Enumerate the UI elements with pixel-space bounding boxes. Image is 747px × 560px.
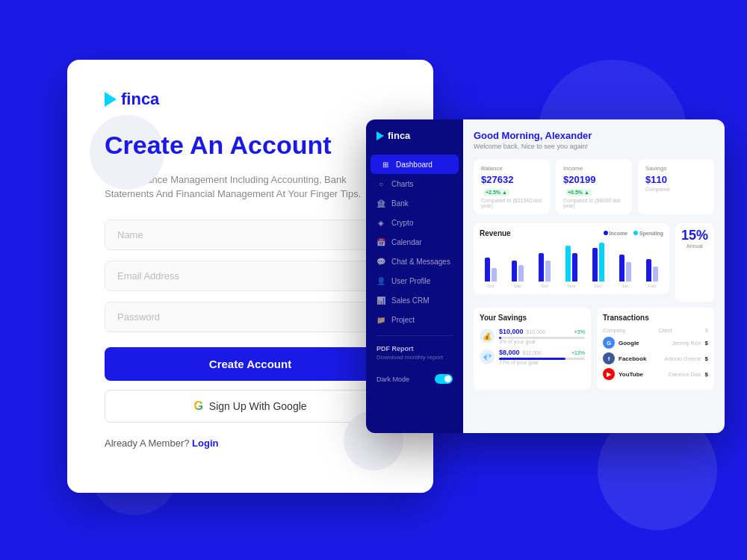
sidebar-item-bank[interactable]: 🏦 Bank [366, 193, 463, 213]
balance-label: Balance [481, 165, 542, 172]
savings-section-title: Your Savings [480, 314, 585, 322]
tx-header: Company Client $ [603, 328, 708, 333]
pdf-report-title: PDF Report [376, 345, 453, 352]
savings-info-2: $8,000 $12,000 +13% 77% of your goal [499, 349, 585, 365]
savings-icon-2: 💎 [480, 349, 495, 364]
savings-item-2: 💎 $8,000 $12,000 +13% 77% of your goal [480, 349, 585, 365]
tx-col-company: Company [603, 328, 625, 333]
page-title: Create An Account [105, 130, 396, 161]
balance-compare: Compared to ($21340 last year) [481, 198, 542, 208]
bar-income [485, 258, 490, 281]
google-signup-label: Sign Up With Google [209, 400, 307, 412]
facebook-logo: f [603, 352, 615, 364]
pdf-report-sub: Download monthly report [376, 354, 453, 361]
sidebar-item-label-profile: User Profile [391, 277, 430, 285]
transactions-title: Transactions [603, 314, 708, 322]
login-link[interactable]: Login [192, 438, 218, 449]
sidebar-item-chat[interactable]: 💬 Chat & Messages [366, 252, 463, 271]
sidebar-item-label-dashboard: Dashboard [396, 161, 433, 169]
stats-row: Balance $27632 +2.5% ▲ Compared to ($213… [474, 159, 714, 214]
sidebar-item-profile[interactable]: 👤 User Profile [366, 271, 463, 290]
bar-spending [545, 261, 551, 281]
name-input[interactable] [105, 220, 396, 250]
bar-group-sep: Sep [506, 261, 529, 288]
chart-legend: Income Spending [604, 231, 663, 236]
savings-pct-1: +3% [574, 329, 585, 335]
sidebar-item-crm[interactable]: 📊 Sales CRM [366, 290, 463, 310]
dark-mode-label: Dark Mode [376, 376, 409, 383]
revenue-section: Revenue Income Spending Oct [474, 223, 669, 294]
bar-group-jan: Jan [614, 255, 636, 288]
bar-group-oct2: Oct [533, 253, 556, 288]
bar-group-nov: Nov [560, 246, 583, 288]
tx-company-facebook: Facebook [619, 355, 661, 362]
google-logo: G [603, 337, 615, 349]
transactions-title-text: Transactions [603, 314, 649, 322]
bar-group-feb: Feb [641, 259, 663, 288]
heading-area: Create An Account [105, 130, 396, 161]
toggle-knob [444, 376, 451, 382]
bar-spending [492, 268, 497, 281]
efficiency-label: Annual [681, 243, 708, 249]
bar-income-highlight [565, 246, 571, 281]
savings-amount-2: $8,000 [499, 349, 520, 356]
sidebar-item-label-charts: Charts [391, 180, 413, 188]
savings-compare: Compared [645, 187, 707, 192]
dark-mode-toggle[interactable] [435, 374, 453, 384]
savings-goal-label-2: 77% of your goal [499, 360, 585, 365]
email-input[interactable] [105, 261, 396, 291]
month-label: Feb [648, 284, 656, 288]
tx-amount-youtube: $ [705, 371, 708, 378]
stat-income: Income $20199 +0.5% ▲ Compared to ($8000… [556, 159, 632, 214]
tx-item-google: G Google Jeremy Rice $ [603, 337, 708, 349]
stat-balance: Balance $27632 +2.5% ▲ Compared to ($213… [474, 159, 550, 214]
password-field-group [105, 302, 396, 332]
bar-spending [653, 267, 658, 281]
month-label: Nov [568, 284, 576, 288]
create-account-button[interactable]: Create Account [105, 347, 396, 381]
bottom-row: Your Savings 💰 $10,000 $10,000 +3% 3% o [474, 308, 714, 390]
month-label: Oct [541, 284, 548, 288]
sidebar-item-label-project: Project [391, 316, 415, 324]
legend-spending: Spending [633, 231, 663, 236]
tx-amount-facebook: $ [705, 355, 708, 362]
tx-item-youtube: ▶ YouTube Clarence Diaz $ [603, 368, 708, 380]
bar-spending [572, 253, 577, 281]
savings-section: Your Savings 💰 $10,000 $10,000 +3% 3% o [474, 308, 591, 390]
revenue-title: Revenue Income Spending [480, 229, 663, 237]
tx-col-amount: $ [705, 328, 708, 333]
tx-col-client: Client [659, 328, 672, 333]
tx-info-youtube: YouTube [619, 371, 665, 378]
savings-goal-2: $12,000 [523, 350, 542, 355]
bar-group-oct1: Oct [480, 258, 502, 288]
bar-spending [599, 243, 604, 281]
income-compare: Compared to ($8000 last year) [563, 198, 624, 208]
stat-savings: Savings $110 Compared [638, 159, 714, 214]
savings-item-1: 💰 $10,000 $10,000 +3% 3% of your goal [480, 328, 585, 344]
transactions-section: Transactions Company Client $ G Google J… [597, 308, 714, 390]
savings-icon-1: 💰 [480, 329, 495, 343]
tx-info-google: Google [619, 340, 669, 346]
sidebar-item-charts[interactable]: ○ Charts [366, 174, 463, 193]
sidebar-item-crypto[interactable]: ◈ Crypto [366, 213, 463, 232]
bar-spending [626, 262, 631, 281]
sidebar-item-project[interactable]: 📁 Project [366, 310, 463, 329]
savings-label: Savings [645, 165, 707, 172]
sidebar-item-label-calendar: Calendar [391, 238, 422, 246]
google-signup-button[interactable]: G Sign Up With Google [105, 390, 396, 423]
bar-income [619, 255, 624, 281]
logo: finca [105, 90, 396, 109]
youtube-logo: ▶ [603, 368, 615, 380]
name-field-group [105, 220, 396, 250]
greeting: Good Morning, Alexander [474, 130, 714, 141]
sidebar-item-calendar[interactable]: 📅 Calendar [366, 232, 463, 252]
dark-mode-toggle-row: Dark Mode [366, 368, 463, 390]
dashboard-preview: finca ⊞ Dashboard ○ Charts 🏦 Bank ◈ Cryp… [366, 119, 725, 433]
tx-person-facebook: Antonio Greene [665, 356, 701, 361]
bar-income [592, 248, 598, 281]
bar-income [646, 259, 651, 281]
chat-icon: 💬 [376, 257, 385, 266]
sidebar-item-label-bank: Bank [391, 199, 409, 208]
password-input[interactable] [105, 302, 396, 332]
savings-pct-2: +13% [571, 350, 585, 355]
